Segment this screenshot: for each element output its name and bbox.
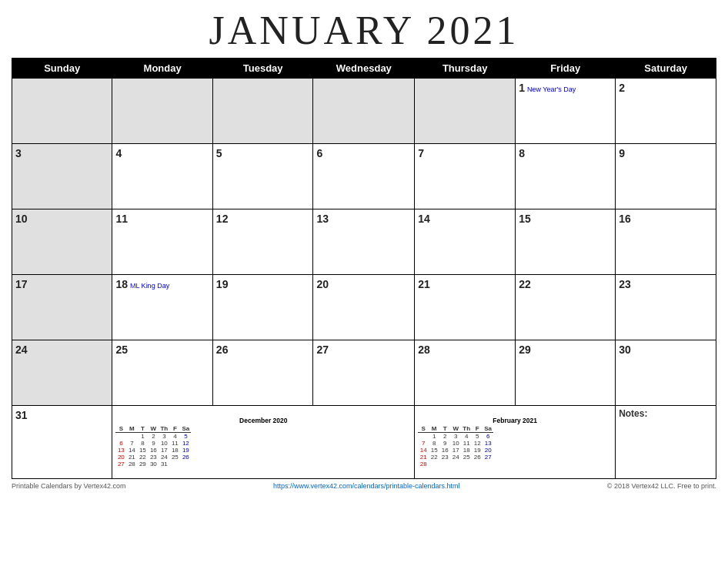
calendar-day-empty-0-1 <box>112 79 212 144</box>
calendar-day-28-4-4: 28 <box>415 340 516 406</box>
calendar-day-25-4-1: 25 <box>112 340 212 406</box>
calendar-day-9-1-6: 9 <box>616 144 716 209</box>
footer-right: © 2018 Vertex42 LLC. Free to print. <box>607 482 716 490</box>
calendar-day-empty-0-3 <box>313 79 415 144</box>
calendar-day-empty-0-4 <box>415 79 516 144</box>
header-wednesday: Wednesday <box>313 59 415 79</box>
calendar-day-14-2-4: 14 <box>415 209 516 275</box>
calendar-day-26-4-2: 26 <box>212 340 313 406</box>
header-sunday: Sunday <box>12 59 112 79</box>
header-friday: Friday <box>516 59 616 79</box>
calendar-day-30-4-6: 30 <box>616 340 716 406</box>
header-thursday: Thursday <box>415 59 516 79</box>
header-monday: Monday <box>112 59 212 79</box>
calendar-day-15-2-5: 15 <box>516 209 616 275</box>
calendar-day-3-1-0: 3 <box>12 144 112 209</box>
calendar-day-2-0-6: 2 <box>616 79 716 144</box>
calendar-day-empty-0-0 <box>12 79 112 144</box>
calendar-day-20-3-3: 20 <box>313 275 415 340</box>
calendar-day-16-2-6: 16 <box>616 209 716 275</box>
header-saturday: Saturday <box>616 59 716 79</box>
calendar-day-8-1-5: 8 <box>516 144 616 209</box>
calendar-day-10-2-0: 10 <box>12 209 112 275</box>
calendar-day-5-1-2: 5 <box>212 144 313 209</box>
calendar-day-7-1-4: 7 <box>415 144 516 209</box>
calendar-day-23-3-6: 23 <box>616 275 716 340</box>
weekday-header-row: Sunday Monday Tuesday Wednesday Thursday… <box>12 59 716 79</box>
calendar-day-17-3-0: 17 <box>12 275 112 340</box>
calendar-day-12-2-2: 12 <box>212 209 313 275</box>
footer-center-link[interactable]: https://www.vertex42.com/calendars/print… <box>273 482 460 490</box>
calendar-day-empty-0-2 <box>212 79 313 144</box>
calendar-day-6-1-3: 6 <box>313 144 415 209</box>
calendar-day-24-4-0: 24 <box>12 340 112 406</box>
calendar-table: Sunday Monday Tuesday Wednesday Thursday… <box>12 58 716 479</box>
calendar-day-31: 31 <box>12 406 112 479</box>
footer-left: Printable Calendars by Vertex42.com <box>12 482 126 490</box>
calendar-day-13-2-3: 13 <box>313 209 415 275</box>
mini-cal-feb2021: February 2021SMTWThFSa123456789101112131… <box>415 406 616 479</box>
calendar-day-22-3-5: 22 <box>516 275 616 340</box>
calendar-day-19-3-2: 19 <box>212 275 313 340</box>
calendar-day-27-4-3: 27 <box>313 340 415 406</box>
mini-cal-dec2020: December 2020SMTWThFSa123456789101112131… <box>112 406 415 479</box>
calendar-day-18-3-1: 18ML King Day <box>112 275 212 340</box>
calendar-day-29-4-5: 29 <box>516 340 616 406</box>
header-tuesday: Tuesday <box>212 59 313 79</box>
calendar-day-1-0-5: 1New Year's Day <box>516 79 616 144</box>
calendar-day-11-2-1: 11 <box>112 209 212 275</box>
page-title: JANUARY 2021 <box>12 8 716 53</box>
calendar-day-4-1-1: 4 <box>112 144 212 209</box>
calendar-day-21-3-4: 21 <box>415 275 516 340</box>
notes-cell: Notes: <box>616 406 716 479</box>
footer: Printable Calendars by Vertex42.com http… <box>12 482 716 490</box>
